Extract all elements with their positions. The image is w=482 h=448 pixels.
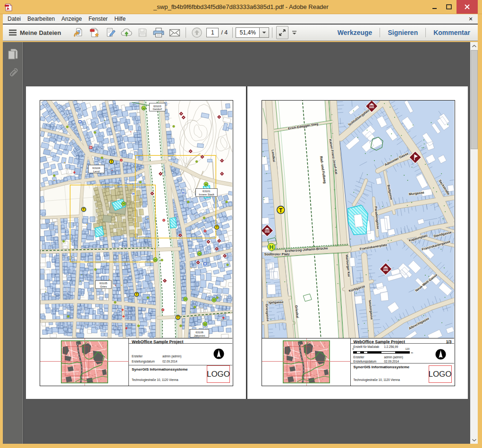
crosshair-line [306, 338, 307, 386]
svg-text:T: T [135, 293, 137, 296]
svg-text:Südtiroler Platz: Südtiroler Platz [264, 252, 289, 256]
scroll-up-icon [472, 45, 476, 47]
svg-text:H: H [198, 252, 201, 255]
footer-thumbnail-cell [262, 338, 351, 386]
scalebar-zero: 0 [353, 347, 354, 350]
paperclip-icon [9, 68, 18, 76]
svg-text:H: H [154, 258, 157, 262]
menu-item-bearbeiten[interactable]: Bearbeiten [24, 14, 58, 24]
svg-text:H: H [184, 297, 186, 301]
create-pdf-button[interactable] [87, 26, 101, 39]
logo-box: LOGO [429, 365, 452, 383]
pdf-page-1[interactable]: TTTTTHHHHHHHHHH63103Geidorf63104Lend6310… [26, 86, 246, 399]
svg-text:T: T [216, 226, 218, 229]
print-button[interactable] [152, 26, 166, 39]
page-number-input[interactable] [206, 28, 219, 37]
toolbar: Meine Dateien [3, 25, 478, 41]
svg-text:H: H [213, 298, 215, 302]
save-button[interactable] [135, 26, 150, 39]
fill-sign-button[interactable] [103, 26, 118, 39]
logo-box: LOGO [207, 365, 230, 383]
crosshair-line [85, 338, 85, 386]
svg-text:T: T [177, 316, 179, 319]
fit-window-icon [279, 29, 286, 36]
footer-page-number: 1/3 [446, 339, 452, 344]
svg-text:Jakomini: Jakomini [194, 334, 205, 337]
recent-files-icon [73, 27, 84, 38]
creator-value: admin (admin) [384, 355, 403, 359]
maximize-button[interactable] [442, 0, 456, 14]
map-frame-1: TTTTTHHHHHHHHHH63103Geidorf63104Lend6310… [40, 100, 233, 386]
vertical-scrollbar[interactable] [470, 42, 478, 444]
svg-text:H: H [269, 244, 273, 251]
svg-text:Geidorf: Geidorf [152, 108, 162, 110]
svg-text:T: T [279, 207, 283, 214]
document-canvas[interactable]: TTTTTHHHHHHHHHH63103Geidorf63104Lend6310… [24, 42, 470, 444]
attachments-button[interactable] [8, 67, 18, 79]
email-button[interactable] [168, 26, 182, 39]
pdf-page-2[interactable]: THLendkaiKaiser-Franz-Josef-KaiRad- und … [247, 86, 468, 399]
menu-item-hilfe[interactable]: Hilfe [111, 14, 129, 24]
print-icon [152, 27, 165, 38]
previous-page-button[interactable] [190, 26, 204, 39]
close-button[interactable] [457, 0, 478, 14]
svg-text:H: H [205, 183, 207, 186]
menu-item-datei[interactable]: Datei [4, 14, 24, 24]
map-footer-1: WebOffice Sample Project Ersteller admin… [40, 338, 232, 385]
menu-item-anzeige[interactable]: Anzeige [58, 14, 85, 24]
chevron-down-icon [262, 31, 266, 34]
sidebar-menu-button[interactable] [7, 26, 19, 39]
date-label: Erstellungsdatum [354, 360, 377, 363]
menu-item-fenster[interactable]: Fenster [85, 14, 111, 24]
minimize-icon [432, 4, 438, 10]
close-icon [464, 4, 470, 10]
svg-text:Lend: Lend [93, 170, 100, 173]
creator-label: Ersteller [132, 355, 143, 358]
document-view: TTTTTHHHHHHHHHH63103Geidorf63104Lend6310… [3, 42, 478, 444]
zoom-dropdown-button[interactable] [259, 27, 269, 38]
svg-text:H: H [143, 107, 145, 110]
toolbar-more-button[interactable] [289, 26, 299, 39]
zoom-level-input[interactable]: 51,4% [236, 27, 259, 38]
my-files-button[interactable]: Meine Dateien [20, 29, 61, 36]
date-label: Erstellungsdatum [132, 360, 155, 363]
scroll-down-button[interactable] [470, 436, 478, 444]
create-pdf-icon [89, 27, 100, 38]
kommentar-button[interactable]: Kommentar [426, 29, 478, 36]
scroll-up-button[interactable] [470, 42, 478, 50]
email-icon [169, 27, 181, 38]
title-bar[interactable]: _swp_fb4b9f6fbbd34f5d8e7d83333a6385d1.pd… [0, 0, 482, 14]
svg-text:63101: 63101 [203, 190, 211, 193]
fit-window-button[interactable] [276, 26, 288, 39]
scalebar-end: 120 [406, 347, 410, 350]
page-thumbnails-button[interactable] [8, 49, 18, 61]
svg-text:H: H [122, 202, 125, 205]
cloud-upload-button[interactable] [119, 26, 134, 39]
maximize-icon [446, 4, 452, 9]
svg-text:Gries: Gries [100, 285, 107, 288]
window-title: _swp_fb4b9f6fbbd34f5d8e7d83333a6385d1.pd… [0, 0, 482, 14]
company-name: SynerGIS Informationssysteme [132, 367, 188, 372]
signieren-button[interactable]: Signieren [380, 29, 425, 36]
scrollbar-thumb[interactable] [471, 50, 478, 149]
toolbar-more-icon [292, 31, 297, 35]
page-count-label: / 4 [221, 29, 228, 36]
page-up-icon [191, 27, 203, 38]
werkzeuge-button[interactable]: Werkzeuge [330, 29, 380, 36]
document-close-button[interactable]: ✕ [467, 16, 474, 22]
scroll-down-icon [472, 439, 476, 441]
scale-bar [353, 351, 410, 354]
north-arrow-icon [435, 349, 446, 360]
map-detail-graz: THLendkaiKaiser-Franz-Josef-KaiRad- und … [262, 101, 454, 338]
north-arrow-icon [213, 348, 224, 359]
fill-sign-icon [105, 27, 116, 38]
scalebar-unit: m [411, 351, 413, 354]
recent-files-button[interactable] [71, 26, 85, 39]
date-value: 02.09.2014 [384, 360, 399, 363]
navigation-sidebar [3, 42, 24, 444]
map-overview-graz: TTTTTHHHHHHHHHH63103Geidorf63104Lend6310… [40, 101, 232, 338]
svg-text:H: H [204, 322, 206, 326]
adobe-reader-window: _swp_fb4b9f6fbbd34f5d8e7d83333a6385d1.pd… [0, 0, 482, 448]
minimize-button[interactable] [428, 0, 442, 14]
cloud-upload-icon [120, 27, 133, 38]
